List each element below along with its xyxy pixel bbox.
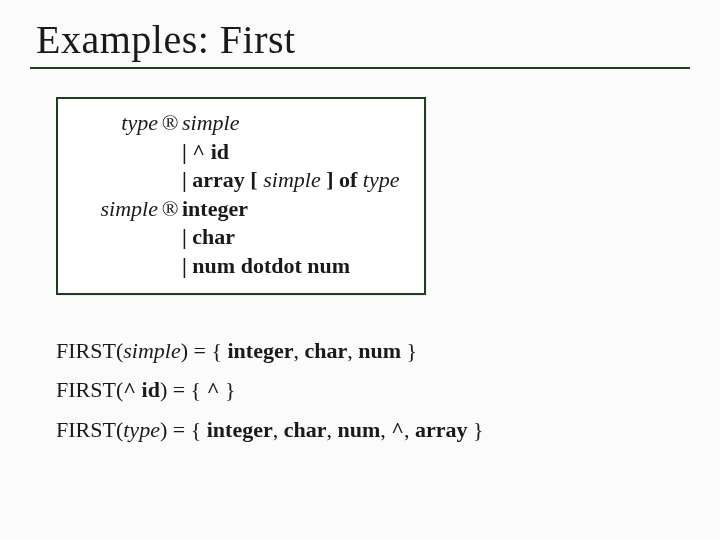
t: integer (207, 417, 273, 442)
rhs: | array [ simple ] of type (182, 167, 399, 192)
rhs: integer (182, 196, 248, 221)
grammar-row: | num dotdot num (72, 252, 410, 281)
first-line: FIRST(^ id) = { ^ } (56, 370, 690, 410)
t: FIRST( (56, 417, 123, 442)
lhs: simple (72, 195, 158, 224)
grammar-row: simple®integer (72, 195, 410, 224)
page-title: Examples: First (36, 16, 690, 63)
rhs: simple (182, 110, 239, 135)
t: } (468, 417, 484, 442)
title-container: Examples: First (30, 10, 690, 69)
t: ) = { (160, 377, 207, 402)
t: num (337, 417, 380, 442)
rhs: | num dotdot num (182, 253, 350, 278)
tok: | array [ (182, 167, 263, 192)
t: char (284, 417, 327, 442)
t: array (415, 417, 468, 442)
tok: simple (263, 167, 320, 192)
t: ^ (391, 417, 404, 442)
grammar-row: | char (72, 223, 410, 252)
t: num (358, 338, 401, 363)
tok: type (363, 167, 400, 192)
t: , (347, 338, 358, 363)
t: simple (123, 338, 180, 363)
lhs: type (72, 109, 158, 138)
grammar-box: type®simple | ^ id | array [ simple ] of… (56, 97, 426, 295)
arrow-icon: ® (158, 109, 182, 138)
tok: ] of (321, 167, 363, 192)
t: type (123, 417, 160, 442)
t: } (401, 338, 417, 363)
t: , (380, 417, 391, 442)
t: , (326, 417, 337, 442)
t: ^ (207, 377, 220, 402)
first-line: FIRST(type) = { integer, char, num, ^, a… (56, 410, 690, 450)
arrow-icon: ® (158, 195, 182, 224)
t: FIRST( (56, 338, 123, 363)
rhs: | ^ id (182, 139, 229, 164)
t: , (273, 417, 284, 442)
t: , (293, 338, 304, 363)
t: ) = { (181, 338, 228, 363)
rhs: | char (182, 224, 235, 249)
t: integer (228, 338, 294, 363)
grammar-row: type®simple (72, 109, 410, 138)
grammar-row: | array [ simple ] of type (72, 166, 410, 195)
slide: Examples: First type®simple | ^ id | arr… (0, 0, 720, 540)
t: , (404, 417, 415, 442)
t: FIRST( (56, 377, 123, 402)
first-line: FIRST(simple) = { integer, char, num } (56, 331, 690, 371)
t: ^ id (123, 377, 160, 402)
first-sets: FIRST(simple) = { integer, char, num } F… (56, 331, 690, 450)
t: ) = { (160, 417, 207, 442)
t: char (304, 338, 347, 363)
t: } (219, 377, 235, 402)
grammar-row: | ^ id (72, 138, 410, 167)
